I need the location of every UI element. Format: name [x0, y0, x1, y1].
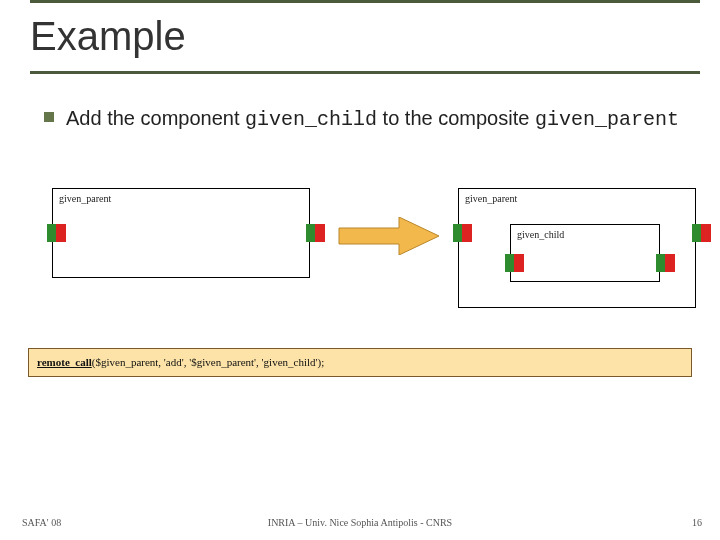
left-parent-box: given_parent: [52, 188, 310, 278]
child-label: given_child: [517, 229, 564, 240]
bullet-code-1: given_child: [245, 108, 377, 131]
square-bullet-icon: [44, 112, 54, 122]
code-box: remote_call($given_parent, 'add', '$give…: [28, 348, 692, 377]
page-title: Example: [30, 14, 700, 59]
title-wrap: Example: [30, 14, 700, 74]
svg-marker-0: [339, 217, 439, 255]
header-rule: [30, 0, 700, 3]
port-icon: [665, 254, 675, 272]
child-box: given_child: [510, 224, 660, 282]
port-icon: [514, 254, 524, 272]
port-icon: [462, 224, 472, 242]
diagram-stage: given_parent given_parent given_child: [20, 188, 700, 318]
code-args: ($given_parent, 'add', '$given_parent', …: [92, 356, 324, 368]
right-parent-label: given_parent: [465, 193, 517, 204]
bullet-text-pre: Add the component: [66, 107, 245, 129]
arrow-right-icon: [338, 217, 440, 255]
port-icon: [315, 224, 325, 242]
page-number: 16: [692, 517, 702, 528]
port-icon: [56, 224, 66, 242]
left-parent-label: given_parent: [59, 193, 111, 204]
footer-center: INRIA – Univ. Nice Sophia Antipolis - CN…: [0, 517, 720, 528]
bullet-code-2: given_parent: [535, 108, 679, 131]
bullet-item: Add the component given_child to the com…: [44, 105, 690, 133]
port-icon: [701, 224, 711, 242]
code-fn: remote_call: [37, 356, 92, 368]
bullet-text: Add the component given_child to the com…: [66, 105, 679, 133]
bullet-text-mid: to the composite: [377, 107, 535, 129]
